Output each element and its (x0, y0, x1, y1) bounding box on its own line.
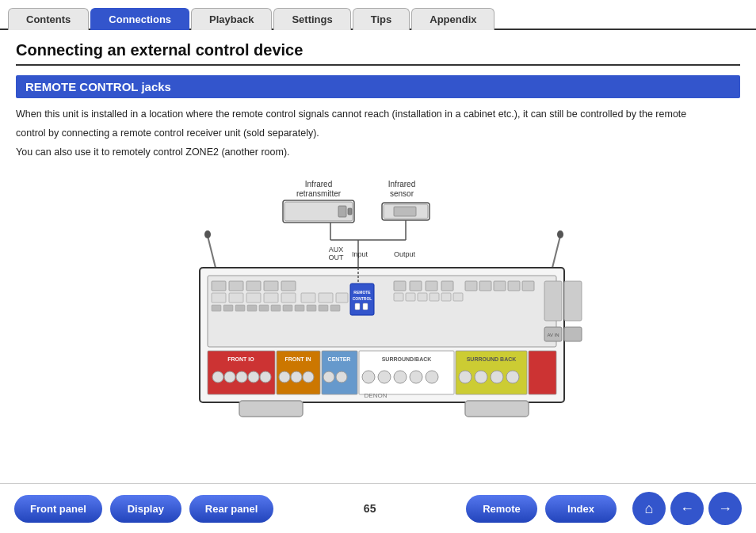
display-button[interactable]: Display (110, 495, 181, 523)
svg-rect-82 (319, 293, 333, 303)
svg-rect-78 (246, 293, 261, 303)
svg-rect-61 (229, 281, 243, 291)
tab-playback[interactable]: Playback (191, 8, 272, 30)
page-title: Connecting an external control device (16, 41, 740, 66)
svg-text:Infrared: Infrared (305, 180, 332, 188)
svg-rect-79 (264, 293, 278, 303)
connection-diagram: Infrared retransmitter Infrared sensor (148, 173, 608, 418)
svg-text:REMOTE: REMOTE (353, 290, 371, 295)
svg-rect-104 (239, 401, 303, 417)
tab-connections[interactable]: Connections (90, 8, 189, 30)
svg-text:CONTROL: CONTROL (353, 296, 372, 301)
svg-point-42 (291, 371, 302, 383)
svg-rect-65 (465, 281, 477, 291)
svg-rect-88 (441, 293, 451, 301)
svg-rect-67 (494, 281, 506, 291)
svg-rect-105 (465, 401, 529, 417)
svg-rect-91 (223, 305, 233, 311)
section-header: REMOTE CONTROL jacks (16, 75, 740, 98)
bottom-right-icons: ⌂ ← → (632, 492, 742, 525)
svg-point-48 (394, 371, 407, 383)
diagram-area: Infrared retransmitter Infrared sensor (16, 173, 740, 418)
svg-rect-76 (212, 293, 226, 303)
svg-point-54 (506, 371, 519, 383)
svg-rect-90 (212, 305, 221, 311)
svg-text:OUT: OUT (329, 253, 345, 261)
back-button[interactable]: ← (670, 492, 704, 525)
svg-rect-6 (338, 206, 346, 217)
svg-rect-99 (319, 305, 328, 311)
svg-rect-100 (330, 305, 340, 311)
tab-settings[interactable]: Settings (273, 8, 350, 30)
svg-text:CENTER: CENTER (328, 356, 351, 362)
svg-rect-87 (430, 293, 439, 301)
tab-tips[interactable]: Tips (353, 8, 410, 30)
svg-rect-93 (247, 305, 257, 311)
svg-text:SURROUND BACK: SURROUND BACK (467, 356, 517, 362)
svg-rect-75 (441, 281, 453, 291)
tab-appendix[interactable]: Appendix (411, 8, 494, 30)
svg-point-46 (362, 371, 375, 383)
home-button[interactable]: ⌂ (632, 492, 666, 525)
svg-rect-80 (281, 293, 296, 303)
svg-point-45 (336, 371, 347, 383)
svg-text:AV IN: AV IN (547, 333, 559, 337)
svg-rect-10 (394, 207, 416, 216)
svg-rect-72 (394, 281, 406, 291)
svg-rect-73 (410, 281, 422, 291)
svg-text:SURROUND/BACK: SURROUND/BACK (382, 356, 432, 362)
svg-text:sensor: sensor (390, 189, 414, 198)
svg-text:FRONT IO: FRONT IO (227, 356, 254, 362)
forward-button[interactable]: → (708, 492, 742, 525)
svg-rect-68 (508, 281, 520, 291)
remote-button[interactable]: Remote (466, 495, 537, 523)
bottom-nav: Front panel Display Rear panel 65 Remote… (0, 483, 756, 533)
svg-rect-84 (394, 293, 403, 301)
description-line1: When this unit is installed in a locatio… (16, 106, 740, 122)
svg-rect-60 (212, 281, 226, 291)
svg-rect-63 (264, 281, 278, 291)
svg-point-51 (459, 371, 472, 383)
front-panel-button[interactable]: Front panel (14, 495, 102, 523)
svg-point-50 (426, 371, 438, 383)
svg-text:FRONT IN: FRONT IN (284, 356, 311, 362)
svg-rect-62 (246, 281, 261, 291)
svg-rect-7 (348, 208, 352, 215)
svg-text:retransmitter: retransmitter (296, 189, 342, 198)
nav-tabs: Contents Connections Playback Settings T… (0, 6, 756, 30)
svg-point-52 (475, 371, 487, 383)
svg-point-36 (212, 371, 223, 383)
svg-rect-97 (295, 305, 304, 311)
svg-point-44 (323, 371, 334, 383)
svg-text:Input: Input (352, 250, 368, 258)
svg-point-49 (410, 371, 422, 383)
svg-point-41 (279, 371, 290, 383)
svg-rect-58 (355, 303, 360, 310)
main-content: Connecting an external control device RE… (0, 30, 756, 434)
svg-rect-77 (229, 293, 243, 303)
svg-rect-102 (564, 327, 582, 341)
svg-rect-70 (544, 281, 562, 321)
rear-panel-button[interactable]: Rear panel (189, 495, 273, 523)
description-line3: You can also use it to remotely control … (16, 144, 740, 160)
svg-rect-98 (307, 305, 316, 311)
svg-point-40 (260, 371, 271, 383)
svg-rect-96 (283, 305, 292, 311)
svg-line-19 (208, 236, 216, 268)
svg-rect-86 (418, 293, 427, 301)
svg-point-22 (557, 230, 563, 238)
svg-point-43 (303, 371, 314, 383)
svg-point-20 (204, 230, 211, 238)
tab-contents[interactable]: Contents (8, 8, 89, 30)
svg-rect-81 (301, 293, 315, 303)
svg-rect-94 (259, 305, 269, 311)
svg-text:Output: Output (394, 250, 416, 258)
svg-point-38 (236, 371, 247, 383)
svg-text:AUX: AUX (329, 246, 344, 253)
svg-text:Infrared: Infrared (388, 180, 415, 188)
index-button[interactable]: Index (545, 495, 617, 523)
svg-rect-66 (479, 281, 491, 291)
svg-point-53 (491, 371, 503, 383)
svg-rect-92 (235, 305, 245, 311)
svg-rect-85 (406, 293, 415, 301)
